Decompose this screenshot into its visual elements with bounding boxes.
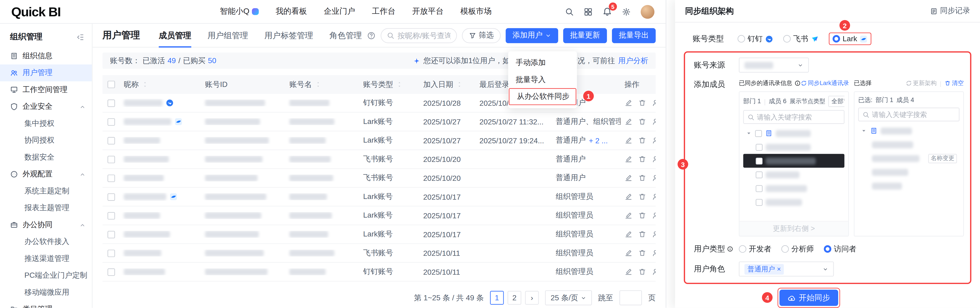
row-checkbox[interactable]: [108, 174, 115, 182]
org-tree-row-5[interactable]: [743, 195, 845, 209]
sidebar-item-2[interactable]: 工作空间管理: [0, 81, 92, 98]
row-checkbox[interactable]: [108, 230, 115, 238]
sidebar-item-1[interactable]: 用户管理: [0, 65, 92, 81]
user-settings-icon[interactable]: [652, 268, 656, 276]
sidebar-item-8[interactable]: 系统主题定制: [0, 183, 92, 199]
user-settings-icon[interactable]: [652, 99, 656, 107]
notifications-button[interactable]: 5: [603, 7, 612, 16]
org-tree-row-2[interactable]: [743, 154, 845, 168]
source-search-box[interactable]: [743, 110, 845, 124]
row-checkbox[interactable]: [108, 137, 115, 144]
delete-user-icon[interactable]: [638, 136, 646, 144]
row-checkbox[interactable]: [108, 155, 115, 163]
edit-user-icon[interactable]: [625, 193, 633, 201]
edit-user-icon[interactable]: [625, 136, 633, 144]
source-search-input[interactable]: [757, 113, 840, 121]
user-settings-icon[interactable]: [652, 193, 656, 201]
tab-1[interactable]: 用户组管理: [207, 24, 248, 47]
tree-checkbox[interactable]: [755, 130, 762, 137]
edit-user-icon[interactable]: [625, 249, 633, 257]
sidebar-item-6[interactable]: 数据安全: [0, 149, 92, 166]
filter-button[interactable]: 筛选: [462, 28, 501, 43]
sidebar-item-3[interactable]: 企业安全: [0, 98, 92, 115]
sidebar-item-12[interactable]: 推送渠道管理: [0, 250, 92, 267]
sidebar-item-15[interactable]: 类目管理: [0, 301, 92, 308]
caret-down-icon[interactable]: [861, 128, 867, 134]
next-page-button[interactable]: ›: [525, 291, 539, 305]
nav-item-1[interactable]: 我的看板: [275, 6, 307, 17]
collapse-sidebar-icon[interactable]: [76, 33, 84, 41]
user-settings-icon[interactable]: [652, 174, 656, 182]
account-type-option-2[interactable]: Lark2: [829, 33, 872, 45]
user-analysis-link[interactable]: 用户分析: [618, 56, 648, 66]
roles-more-link[interactable]: + 2 ...: [589, 136, 608, 145]
sidebar-item-13[interactable]: PC端企业门户定制: [0, 267, 92, 284]
org-tree-row-1[interactable]: [743, 140, 845, 154]
tree-checkbox[interactable]: [756, 199, 763, 206]
account-type-option-0[interactable]: 钉钉: [738, 34, 773, 44]
row-checkbox[interactable]: [108, 118, 115, 125]
sidebar-item-9[interactable]: 报表主题管理: [0, 199, 92, 217]
batch-update-button[interactable]: 批量更新: [563, 28, 607, 43]
start-sync-button[interactable]: 开始同步: [780, 290, 838, 306]
batch-export-button[interactable]: 批量导出: [612, 28, 656, 43]
account-source-select[interactable]: [739, 57, 809, 72]
row-checkbox[interactable]: [108, 249, 115, 257]
move-to-right-button[interactable]: 更新到右侧 >: [740, 221, 848, 236]
caret-down-icon[interactable]: [746, 130, 752, 137]
edit-user-icon[interactable]: [625, 174, 633, 182]
nav-item-0[interactable]: 智能小Q: [220, 6, 259, 17]
user-settings-icon[interactable]: [652, 136, 656, 144]
user-avatar[interactable]: [641, 5, 654, 18]
delete-user-icon[interactable]: [638, 249, 646, 257]
selected-row-4[interactable]: [858, 179, 959, 193]
edit-user-icon[interactable]: [625, 99, 633, 107]
remove-tag-icon[interactable]: ×: [777, 265, 781, 273]
add-user-button[interactable]: 添加用户: [506, 28, 558, 43]
tab-3[interactable]: 角色管理: [329, 24, 362, 47]
app-grid-icon[interactable]: [584, 7, 593, 16]
node-type-select[interactable]: 全部节点: [829, 96, 845, 107]
page-button-2[interactable]: 2: [508, 291, 521, 305]
org-tree-row-3[interactable]: [743, 168, 845, 182]
user-settings-icon[interactable]: [652, 118, 656, 126]
tree-checkbox[interactable]: [756, 157, 763, 164]
user-type-option-2[interactable]: 访问者: [824, 244, 856, 254]
delete-user-icon[interactable]: [638, 99, 646, 107]
sidebar-item-0[interactable]: 组织信息: [0, 48, 92, 65]
clear-selection-link[interactable]: 清空: [944, 79, 964, 87]
update-structure-link[interactable]: 更新架构: [905, 79, 937, 87]
user-type-option-1[interactable]: 分析师: [781, 244, 814, 254]
delete-user-icon[interactable]: [638, 118, 646, 126]
selected-row-3[interactable]: [858, 165, 959, 179]
user-type-option-0[interactable]: 开发者: [739, 244, 772, 254]
tree-checkbox[interactable]: [756, 185, 763, 192]
sidebar-item-10[interactable]: 办公协同: [0, 217, 92, 233]
delete-user-icon[interactable]: [638, 230, 646, 238]
help-icon[interactable]: [367, 31, 376, 40]
selected-row-1[interactable]: [858, 138, 959, 152]
navbar-search-icon[interactable]: [565, 7, 574, 16]
delete-user-icon[interactable]: [638, 155, 646, 163]
nav-item-2[interactable]: 企业门户: [324, 6, 355, 17]
selected-search-box[interactable]: [858, 108, 959, 121]
selected-row-2[interactable]: 名称变更: [858, 152, 959, 165]
edit-user-icon[interactable]: [625, 155, 633, 163]
edit-user-icon[interactable]: [625, 118, 633, 126]
user-search-box[interactable]: [380, 28, 457, 43]
account-type-option-1[interactable]: 飞书: [783, 34, 819, 44]
delete-user-icon[interactable]: [638, 268, 646, 276]
row-checkbox[interactable]: [108, 212, 115, 219]
row-checkbox[interactable]: [108, 99, 115, 107]
jump-page-input[interactable]: [619, 290, 642, 305]
sort-icon[interactable]: [456, 81, 463, 88]
tab-2[interactable]: 用户标签管理: [264, 24, 313, 47]
delete-user-icon[interactable]: [638, 193, 646, 201]
menu-item-2[interactable]: 从办公软件同步1: [509, 88, 576, 105]
settings-gear-icon[interactable]: [622, 7, 631, 16]
user-settings-icon[interactable]: [652, 212, 656, 220]
nav-item-5[interactable]: 模板市场: [460, 6, 492, 17]
select-all-checkbox[interactable]: [108, 81, 115, 88]
edit-user-icon[interactable]: [625, 268, 633, 276]
sort-icon[interactable]: [396, 81, 402, 88]
